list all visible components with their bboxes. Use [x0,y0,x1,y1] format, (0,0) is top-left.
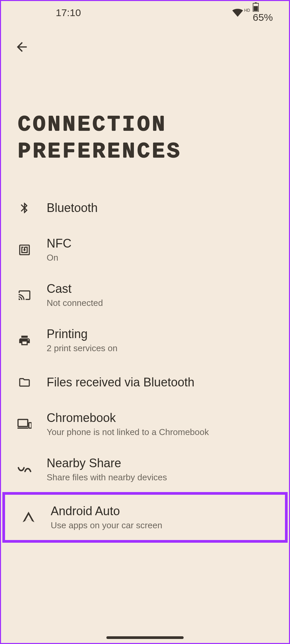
highlighted-item-box: Android Auto Use apps on your car screen [2,492,288,543]
item-title: Cast [47,282,273,296]
status-time: 17:10 [56,7,81,18]
nearby-share-icon [17,462,32,477]
toolbar [1,24,289,58]
item-subtitle: Use apps on your car screen [51,520,269,531]
item-files-received[interactable]: Files received via Bluetooth [1,363,289,401]
wifi-icon [232,9,243,17]
item-nearby-share[interactable]: Nearby Share Share files with nearby dev… [1,447,289,492]
item-title: Bluetooth [47,201,273,215]
item-title: Android Auto [51,504,269,518]
settings-list: Bluetooth NFC On Cast Not connected Prin… [1,189,289,543]
item-bluetooth[interactable]: Bluetooth [1,189,289,227]
signal-hd-label: HD [244,8,250,13]
item-subtitle: 2 print services on [47,343,273,354]
status-bar: 17:10 HD 65% [1,1,289,24]
item-title: Nearby Share [47,456,273,470]
gesture-handle[interactable] [106,636,184,639]
item-chromebook[interactable]: Chromebook Your phone is not linked to a… [1,401,289,447]
item-title: NFC [47,236,273,251]
item-title: Printing [47,327,273,341]
page-title: CONNECTION PREFERENCES [1,58,289,189]
nfc-icon [17,243,32,257]
battery-percent: 65% [253,12,273,23]
item-subtitle: Not connected [47,298,273,308]
svg-rect-5 [29,423,32,428]
item-nfc[interactable]: NFC On [1,227,289,272]
battery-icon [253,2,259,12]
item-title: Files received via Bluetooth [47,375,273,389]
bluetooth-icon [17,201,32,215]
arrow-back-icon [14,40,29,54]
folder-icon [17,375,32,390]
back-button[interactable] [11,36,33,58]
item-title: Chromebook [47,411,273,425]
svg-rect-1 [255,2,257,3]
svg-rect-3 [18,419,28,426]
navigation-bar [1,636,289,639]
item-printing[interactable]: Printing 2 print services on [1,318,289,363]
item-subtitle: Your phone is not linked to a Chromebook [47,427,273,437]
chromebook-icon [17,417,32,432]
item-subtitle: Share files with nearby devices [47,472,273,483]
android-auto-icon [21,510,36,525]
item-subtitle: On [47,253,273,263]
item-cast[interactable]: Cast Not connected [1,272,289,318]
svg-rect-2 [254,6,258,11]
status-right: HD 65% [232,2,273,23]
signal-icon: 65% [253,2,273,23]
item-android-auto[interactable]: Android Auto Use apps on your car screen [5,495,285,540]
cast-icon [17,288,32,303]
printing-icon [17,333,32,348]
